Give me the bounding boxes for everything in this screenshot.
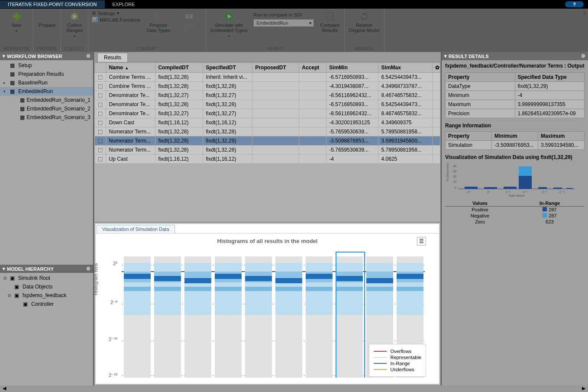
col-simmin[interactable]: SimMin [326,63,378,73]
values-table: ValuesIn-Range Positive287Negative287Zer… [445,200,585,225]
hierarchy-item[interactable]: ▣Data Objects [0,282,93,291]
table-row[interactable]: ⬚Denominator Te...fixdt(1,32,27)fixdt(1,… [95,109,440,118]
svg-rect-79 [465,187,478,189]
svg-rect-6 [186,14,189,19]
svg-rect-85 [553,188,562,189]
svg-text:2⁻¹⁸: 2⁻¹⁸ [109,337,118,342]
col-name[interactable]: Name▲ [106,63,155,73]
results-table: Name▲ CompiledDT SpecifiedDT ProposedDT … [94,62,440,164]
hierarchy-item[interactable]: ⊟▣Simulink Root [0,274,93,282]
workflow-item[interactable]: ▦EmbeddedRun_Scenario_3 [0,113,93,122]
workflow-item[interactable]: ▦Setup [0,61,93,70]
prepare-button[interactable]: Prepare [38,10,56,29]
svg-rect-81 [504,187,517,189]
propose-icon [153,11,164,22]
col-specifieddt[interactable]: SpecifiedDT [203,63,252,73]
pin-icon[interactable]: ⊼ [581,9,588,18]
workflow-item[interactable]: ▾▦EmbeddedRun [0,87,93,96]
svg-rect-65 [366,287,393,291]
block-icon: ▣ [14,284,20,290]
group-convert-label: CONVERT [136,46,158,51]
compare-results-button[interactable]: Compare Results [319,10,340,34]
workflow-browser-header: ▾WORKFLOW BROWSER⚙ [0,52,93,60]
table-row[interactable]: ⬚Down Castfixdt(1,16,12)fixdt(1,16,12)-4… [95,118,440,127]
svg-rect-84 [538,187,547,189]
new-button[interactable]: New▾ [10,10,23,35]
gear-icon[interactable]: ⚙ [86,53,90,59]
table-row[interactable]: ⬚Combine Terms ...fixdt(1,32,28)Inherit:… [95,73,440,82]
workflow-item[interactable]: ▦EmbeddedRun_Scenario_2 [0,104,93,113]
workflow-item[interactable]: ▦EmbeddedRun_Scenario_1 [0,96,93,104]
svg-text:40: 40 [453,165,456,168]
help-icon[interactable]: ? [565,1,584,7]
col-proposeddt[interactable]: ProposedDT [252,63,299,73]
table-row[interactable]: ⬚Numerator Term...fixdt(1,32,28)fixdt(1,… [95,146,440,155]
run-compare-dropdown[interactable]: EmbeddedRun [253,19,314,27]
svg-rect-69 [397,274,423,279]
svg-text:2⁻²⁸: 2⁻²⁸ [109,373,118,378]
restore-model-button[interactable]: Restore Original Model [348,10,381,34]
tab-explore[interactable]: EXPLORE [105,0,143,8]
compare-icon [325,11,335,22]
gear-icon[interactable]: ⚙ [581,53,585,59]
tab-iterative[interactable]: ITERATIVE FIXED-POINT CONVERSION [0,0,105,8]
table-row[interactable]: ⬚Denominator Te...fixdt(1,32,28)fixdt(1,… [95,100,440,109]
block-icon: ▣ [14,292,20,298]
row-icon: ⬚ [95,118,106,127]
svg-rect-39 [215,274,242,279]
hierarchy-item[interactable]: ▣Controller [0,300,93,308]
matlab-icon: 📊 [92,17,98,23]
table-row[interactable]: ⬚Numerator Term...fixdt(1,32,28)fixdt(1,… [95,127,440,136]
svg-rect-5 [155,14,158,19]
legend-toggle-icon[interactable]: ☰ [417,237,426,246]
svg-text:2⁻⁵: 2⁻⁵ [523,191,528,194]
col-settings-icon[interactable]: ✿ [432,63,440,73]
results-tab[interactable]: Results [97,53,128,62]
svg-rect-30 [154,287,181,291]
group-verify-label: VERIFY [267,46,283,51]
col-compileddt[interactable]: CompiledDT [155,63,203,73]
svg-rect-54 [306,274,333,279]
svg-text:% Occurrences: % Occurrences [446,163,449,181]
table-row[interactable]: ⬚Combine Terms ...fixdt(1,32,28)fixdt(1,… [95,82,440,91]
block-icon: ▣ [23,301,29,307]
svg-rect-45 [245,287,272,291]
svg-rect-40 [215,287,242,291]
viz-tab[interactable]: Visualization of Simulation Data [97,225,175,233]
col-simmax[interactable]: SimMax [378,63,432,73]
row-icon: ⬚ [95,146,106,155]
table-row[interactable]: ⬚Denominator Te...fixdt(1,32,27)fixdt(1,… [95,91,440,100]
group-manage-label: MANAGE [355,46,374,51]
table-row[interactable]: ⬚Up Castfixdt(1,16,12)fixdt(1,16,12)-44.… [95,155,440,164]
row-icon: ⬚ [95,91,106,100]
row-icon: ⬚ [95,155,106,164]
play-icon [224,11,234,22]
workflow-item[interactable]: ▸▦BaselineRun [0,78,93,87]
file-icon: ▦ [10,80,16,86]
settings-button[interactable]: ⚙Settings ▾ [92,10,140,16]
svg-rect-59 [336,276,363,281]
group-workflow-label: WORKFLOW [3,46,29,51]
row-icon: ⬚ [95,109,106,118]
propose-data-types-button[interactable]: Propose Data Types [145,10,171,34]
result-details-title: fxpdemo_feedback/Controller/Numerator Te… [445,63,585,69]
row-icon: ⬚ [95,136,106,146]
hierarchy-item[interactable]: ⊟▣fxpdemo_feedback [0,291,93,300]
apply-data-types-button[interactable]: Apply Data Types [177,10,202,34]
hierarchy-tree: ⊟▣Simulink Root▣Data Objects⊟▣fxpdemo_fe… [0,273,93,386]
collect-ranges-button[interactable]: Collect Ranges▾ [65,10,84,40]
svg-text:2¹: 2¹ [487,191,490,194]
table-row[interactable]: ⬚Numerator Term...fixdt(1,32,29)fixdt(1,… [95,136,440,146]
matlab-functions-button[interactable]: 📊MATLAB Functions [92,17,140,23]
simulate-embedded-button[interactable]: Simulate with Embedded Types▾ [210,10,248,40]
range-table: PropertyMinimumMaximum Simulation-3.5098… [445,131,585,150]
viz-section-title: Visualization of Simulation Data using f… [445,154,585,160]
status-bar: ◀ ▶ [0,386,588,392]
gear-icon: ⚙ [92,10,96,16]
gear-icon[interactable]: ⚙ [86,266,90,272]
col-accept[interactable]: Accept [299,63,326,73]
scroll-left-icon[interactable]: ◀ [3,386,6,392]
svg-text:10: 10 [453,180,456,183]
workflow-item[interactable]: ▦Preparation Results [0,70,93,78]
scroll-right-icon[interactable]: ▶ [582,386,585,392]
